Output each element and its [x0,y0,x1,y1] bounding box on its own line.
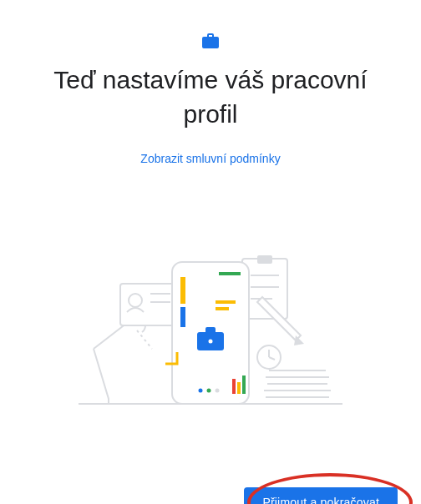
svg-rect-6 [257,255,272,264]
svg-point-18 [209,340,213,344]
svg-rect-17 [205,327,216,334]
briefcase-icon [200,32,221,52]
svg-point-20 [207,389,211,393]
svg-rect-12 [180,307,185,327]
setup-illustration [68,224,353,416]
svg-rect-23 [237,382,241,394]
accept-continue-button[interactable]: Přijmout a pokračovat [244,487,398,504]
svg-rect-1 [120,284,179,325]
svg-point-21 [216,389,220,393]
svg-rect-22 [232,379,236,394]
svg-rect-11 [180,277,185,304]
svg-rect-24 [242,375,246,394]
terms-link[interactable]: Zobrazit smluvní podmínky [140,152,280,165]
setup-screen: Teď nastavíme váš pracovní profil Zobraz… [0,32,421,504]
page-title: Teď nastavíme váš pracovní profil [25,63,396,131]
svg-point-19 [199,389,203,393]
